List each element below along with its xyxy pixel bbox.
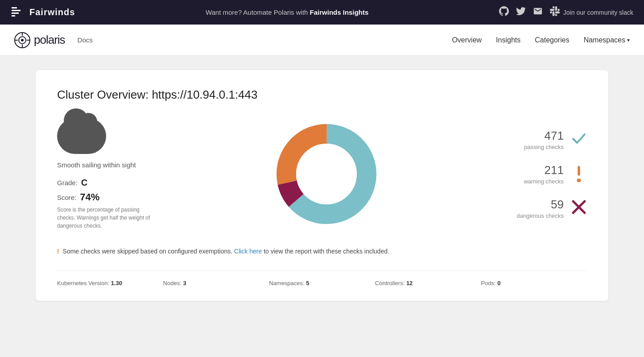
dangerous-icon: [571, 199, 587, 218]
pods-value: 0: [497, 280, 500, 286]
nav-insights[interactable]: Insights: [496, 34, 520, 46]
svg-rect-1: [12, 10, 21, 11]
namespaces-item: Namespaces: 5: [269, 280, 375, 286]
controllers-value: 12: [406, 280, 413, 286]
namespaces-value: 5: [306, 280, 309, 286]
page-content: Cluster Overview: https://10.94.0.1:443 …: [0, 56, 644, 315]
nav-namespaces-label: Namespaces: [584, 36, 625, 44]
exemption-link[interactable]: Click here: [234, 248, 262, 255]
footer-meta: Kubernetes Version: 1.30 Nodes: 3 Namesp…: [57, 270, 587, 286]
nodes-value: 3: [183, 280, 186, 286]
grade-label: Grade:: [57, 179, 78, 187]
namespaces-label: Namespaces:: [269, 280, 304, 286]
warning-label: warning checks: [524, 178, 564, 185]
left-panel: Smooth sailing within sight Grade: C Sco…: [57, 118, 155, 230]
nodes-label: Nodes:: [163, 280, 182, 286]
warning-stat-row: 211 warning checks: [498, 163, 587, 185]
slack-icon: [550, 6, 560, 18]
pods-item: Pods: 0: [481, 280, 587, 286]
dangerous-label: dangerous checks: [516, 212, 564, 219]
nodes-item: Nodes: 3: [163, 280, 269, 286]
cluster-title-prefix: Cluster Overview:: [57, 88, 149, 101]
social-links: Join our community slack: [499, 6, 633, 18]
dangerous-stat-row: 59 dangerous checks: [498, 198, 587, 220]
polaris-logo[interactable]: polaris: [14, 32, 65, 48]
passing-label: passing checks: [524, 144, 564, 150]
twitter-icon[interactable]: [516, 6, 526, 18]
sailing-text: Smooth sailing within sight: [57, 161, 155, 169]
passing-stat-row: 471 passing checks: [498, 129, 587, 151]
dangerous-count: 59: [516, 198, 564, 212]
chevron-down-icon: ▾: [627, 37, 630, 43]
svg-rect-0: [12, 7, 17, 8]
warning-numbers: 211 warning checks: [524, 163, 564, 185]
slack-link[interactable]: Join our community slack: [550, 6, 633, 18]
svg-rect-3: [12, 15, 15, 17]
pods-label: Pods:: [481, 280, 495, 286]
banner-message-bold: Fairwinds Insights: [310, 8, 369, 16]
warning-count: 211: [524, 163, 564, 177]
banner-message: Want more? Automate Polaris with Fairwin…: [206, 8, 368, 16]
k8s-version-label: Kubernetes Version:: [57, 280, 109, 286]
exemption-notice: ! Some checks were skipped based on conf…: [57, 246, 587, 256]
nav-namespaces[interactable]: Namespaces ▾: [584, 34, 630, 46]
nav-left: polaris Docs: [14, 32, 93, 48]
svg-rect-13: [578, 166, 580, 176]
score-value: 74%: [80, 191, 99, 203]
grade-value: C: [81, 178, 87, 188]
nav-overview[interactable]: Overview: [452, 34, 482, 46]
svg-point-12: [577, 178, 581, 182]
brand-name: Fairwinds: [29, 7, 75, 17]
controllers-item: Controllers: 12: [375, 280, 481, 286]
grade-row: Grade: C: [57, 178, 155, 188]
k8s-version-value: 1.30: [111, 280, 122, 286]
top-banner: Fairwinds Want more? Automate Polaris wi…: [0, 0, 644, 25]
svg-rect-2: [12, 12, 19, 14]
main-nav: polaris Docs Overview Insights Categorie…: [0, 25, 644, 56]
dangerous-numbers: 59 dangerous checks: [516, 198, 564, 220]
donut-center: [296, 144, 357, 204]
exemption-warn-icon: !: [57, 248, 59, 255]
svg-point-6: [21, 39, 24, 42]
email-icon[interactable]: [533, 6, 543, 18]
score-label: Score:: [57, 194, 76, 201]
nav-categories[interactable]: Categories: [535, 34, 569, 46]
banner-message-prefix: Want more? Automate Polaris with: [206, 8, 310, 16]
github-icon[interactable]: [499, 6, 509, 18]
cluster-title: Cluster Overview: https://10.94.0.1:443: [57, 88, 587, 102]
polaris-logo-icon: [14, 32, 30, 48]
exemption-text-before: Some checks were skipped based on config…: [63, 248, 233, 255]
score-description: Score is the percentage of passing check…: [57, 206, 155, 230]
polaris-logo-text: polaris: [34, 33, 65, 47]
cluster-title-url: https://10.94.0.1:443: [152, 88, 257, 101]
score-row: Score: 74%: [57, 191, 155, 203]
controllers-label: Controllers:: [375, 280, 405, 286]
main-card: Cluster Overview: https://10.94.0.1:443 …: [36, 70, 608, 301]
cloud-icon: [57, 118, 106, 154]
docs-link[interactable]: Docs: [78, 36, 93, 44]
passing-numbers: 471 passing checks: [524, 129, 564, 151]
nav-right: Overview Insights Categories Namespaces …: [452, 34, 630, 46]
passing-check-icon: [571, 131, 587, 149]
cloud-icon-wrap: [57, 118, 155, 154]
donut-svg: [268, 116, 384, 232]
slack-text: Join our community slack: [563, 9, 633, 16]
fairwinds-logo-icon: [11, 5, 25, 20]
donut-chart: [173, 116, 480, 232]
stats-panel: 471 passing checks 211 warning checks: [498, 129, 587, 220]
overview-body: Smooth sailing within sight Grade: C Sco…: [57, 116, 587, 232]
k8s-version-item: Kubernetes Version: 1.30: [57, 280, 163, 286]
passing-count: 471: [524, 129, 564, 143]
brand-logo[interactable]: Fairwinds: [11, 5, 75, 20]
warning-icon: [571, 166, 587, 182]
exemption-text-after: to view the report with these checks inc…: [264, 248, 389, 255]
